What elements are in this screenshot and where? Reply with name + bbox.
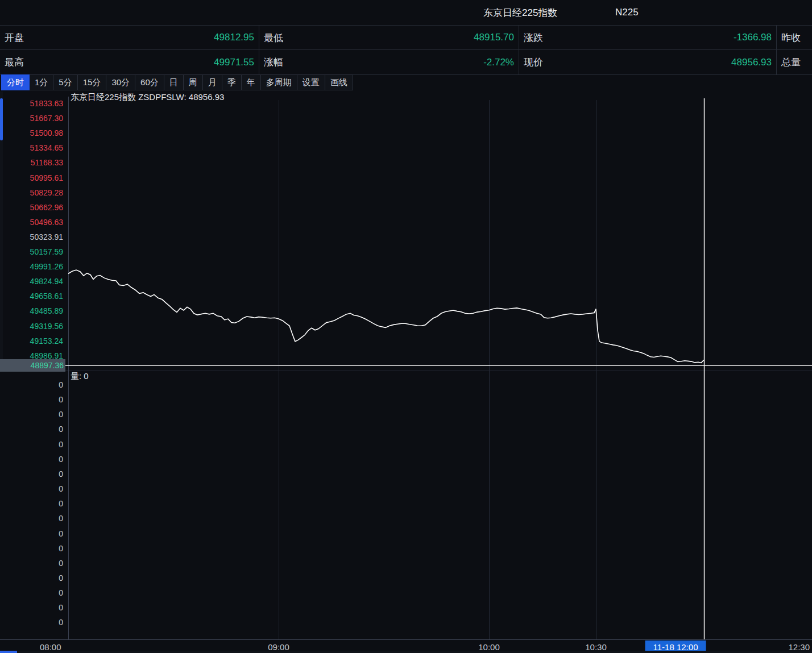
tab-15分[interactable]: 15分	[77, 74, 107, 90]
tab-1分[interactable]: 1分	[29, 74, 53, 90]
vertical-scrollbar-thumb[interactable]	[0, 98, 3, 140]
quote-value: 48915.70	[474, 32, 514, 43]
quote-label: 涨跌	[524, 31, 543, 44]
quote-cell-昨收: 昨收	[777, 26, 812, 50]
chart-legend: 东京日经225指数 ZSDPFSLW: 48956.93	[71, 92, 224, 103]
quote-cell-最低: 最低48915.70	[259, 26, 519, 50]
quote-cell-总量: 总量	[777, 50, 812, 74]
quote-cell-涨幅: 涨幅-2.72%	[259, 50, 519, 74]
quote-label: 总量	[781, 56, 801, 69]
tab-5分[interactable]: 5分	[53, 74, 77, 90]
quote-panel: 开盘49812.95最低48915.70涨跌-1366.98昨收最高49971.…	[0, 25, 812, 75]
vertical-scrollbar[interactable]	[0, 91, 3, 371]
quote-value: -2.72%	[483, 57, 514, 68]
quote-label: 涨幅	[264, 56, 283, 69]
app-root: { "header": {"title": "东京日经225指数", "symb…	[0, 0, 812, 653]
tab-画线[interactable]: 画线	[325, 74, 353, 90]
tab-日[interactable]: 日	[164, 74, 184, 90]
index-symbol: N225	[615, 7, 639, 18]
quote-cell-涨跌: 涨跌-1366.98	[519, 26, 777, 50]
tab-季[interactable]: 季	[222, 74, 242, 90]
tab-多周期[interactable]: 多周期	[260, 74, 297, 90]
quote-value: 49971.55	[214, 57, 254, 68]
horizontal-scrollbar[interactable]	[0, 651, 812, 653]
quote-label: 昨收	[781, 31, 801, 44]
quote-cell-现价: 现价48956.93	[519, 50, 777, 74]
tab-设置[interactable]: 设置	[297, 74, 325, 90]
tab-30分[interactable]: 30分	[106, 74, 135, 90]
crosshair-price-label: 48897.36	[0, 359, 65, 372]
tab-年[interactable]: 年	[241, 74, 261, 90]
tab-分时[interactable]: 分时	[1, 74, 30, 90]
chart-canvas[interactable]	[0, 90, 812, 653]
tab-月[interactable]: 月	[202, 74, 222, 90]
price-line	[68, 270, 704, 363]
tab-周[interactable]: 周	[183, 74, 203, 90]
quote-label: 开盘	[5, 31, 24, 44]
quote-label: 最高	[5, 56, 24, 69]
chart-region[interactable]: 东京日经225指数 ZSDPFSLW: 48956.93 51833.63516…	[0, 90, 812, 653]
quote-cell-开盘: 开盘49812.95	[0, 26, 259, 50]
quote-label: 最低	[264, 31, 283, 44]
horizontal-scrollbar-thumb[interactable]	[0, 651, 17, 653]
tab-60分[interactable]: 60分	[135, 74, 164, 90]
volume-title: 量: 0	[71, 371, 89, 382]
quote-cell-最高: 最高49971.55	[0, 50, 259, 74]
quote-label: 现价	[524, 56, 543, 69]
index-title: 东京日经225指数	[483, 6, 557, 19]
quote-value: 48956.93	[731, 57, 772, 68]
quote-value: -1366.98	[734, 32, 772, 43]
titlebar: 东京日经225指数 N225	[0, 0, 812, 25]
quote-value: 49812.95	[214, 32, 254, 43]
period-tabbar: 分时1分5分15分30分60分日周月季年多周期设置画线	[0, 74, 812, 90]
